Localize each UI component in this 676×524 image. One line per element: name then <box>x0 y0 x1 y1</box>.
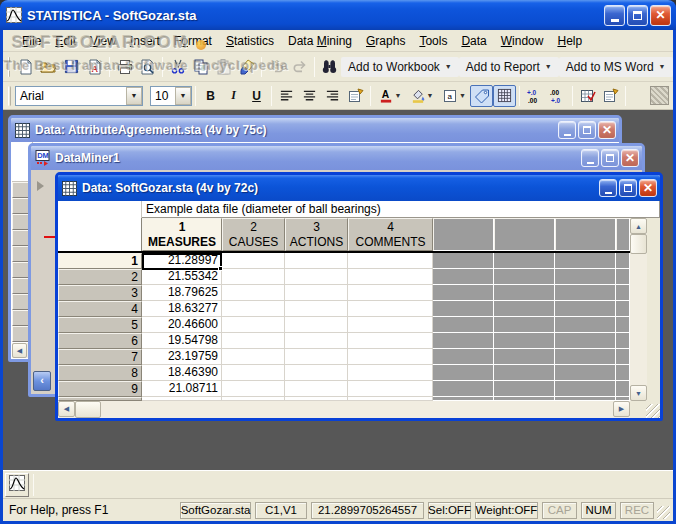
text-box-button[interactable]: a▼ <box>438 85 470 107</box>
scroll-up-button[interactable]: ▲ <box>630 218 647 234</box>
fill-handle[interactable] <box>218 266 223 271</box>
scrollbar-thumb[interactable] <box>630 234 647 254</box>
minimize-button[interactable] <box>581 149 599 167</box>
row-header-4[interactable]: 4 <box>58 301 142 317</box>
cell-properties-button[interactable] <box>599 85 622 107</box>
cut-button[interactable] <box>166 56 189 78</box>
minimize-button[interactable] <box>558 121 576 139</box>
window-title-bar[interactable]: DM DataMiner1 ✕ <box>31 146 642 170</box>
grid-cell-r3c2[interactable] <box>222 285 285 301</box>
close-button[interactable]: ✕ <box>598 121 616 139</box>
tag-button[interactable] <box>470 85 493 107</box>
new-document-button[interactable] <box>14 56 37 78</box>
redo-button[interactable] <box>288 56 311 78</box>
grid-cell-r5c3[interactable] <box>285 317 348 333</box>
maximize-button[interactable] <box>601 149 619 167</box>
grid-cell-r8c3[interactable] <box>285 365 348 381</box>
italic-button[interactable]: I <box>222 85 245 107</box>
grid-cell-r6c3[interactable] <box>285 333 348 349</box>
save-button[interactable] <box>60 56 83 78</box>
grid-cell-r7c4[interactable] <box>348 349 433 365</box>
resize-grip[interactable] <box>657 506 670 519</box>
scrollbar-thumb[interactable] <box>75 401 101 418</box>
grid-cell-r5c4[interactable] <box>348 317 433 333</box>
align-right-button[interactable] <box>321 85 344 107</box>
find-button[interactable] <box>318 56 341 78</box>
grid-cell-r4c3[interactable] <box>285 301 348 317</box>
menu-graphs[interactable]: Graphs <box>359 32 412 50</box>
add-to-ms-word-button[interactable]: Add to MS Word▼ <box>559 57 673 77</box>
grid-cell-r3c1[interactable]: 18.79625 <box>142 285 222 301</box>
grid-cell-r3c3[interactable] <box>285 285 348 301</box>
close-button[interactable]: ✕ <box>621 149 639 167</box>
fill-color-button[interactable]: ▼ <box>406 85 438 107</box>
grid-cell-r8c1[interactable]: 18.46390 <box>142 365 222 381</box>
grid-cell-r2c3[interactable] <box>285 269 348 285</box>
row-header-9[interactable]: 9 <box>58 381 142 397</box>
scroll-left-button[interactable]: ‹ <box>33 371 51 391</box>
menu-tools[interactable]: Tools <box>412 32 454 50</box>
save-pdf-button[interactable]: A <box>83 56 106 78</box>
menu-statistics[interactable]: Statistics <box>219 32 281 50</box>
row-header-3[interactable]: 3 <box>58 285 142 301</box>
grid-cell-r1c3[interactable] <box>285 253 348 269</box>
grid-cell-r5c1[interactable]: 20.46600 <box>142 317 222 333</box>
cell-format-button[interactable] <box>344 85 367 107</box>
grid-cell-r1c2[interactable] <box>222 253 285 269</box>
variable-specs-button[interactable] <box>576 85 599 107</box>
window-softgozar-data[interactable]: Data: SoftGozar.sta (4v by 72c) ✕ Exampl… <box>55 172 663 421</box>
grid-cell-r5c2[interactable] <box>222 317 285 333</box>
scroll-left-button[interactable]: ◀ <box>12 343 27 358</box>
bold-button[interactable]: B <box>199 85 222 107</box>
font-color-button[interactable]: A▼ <box>374 85 406 107</box>
column-header-measures[interactable]: 1MEASURES <box>142 218 222 251</box>
grid-cell-r2c2[interactable] <box>222 269 285 285</box>
statistica-module-button[interactable] <box>5 473 29 497</box>
decrease-decimals-button[interactable]: .00+.0 <box>546 85 569 107</box>
row-header-8[interactable]: 8 <box>58 365 142 381</box>
grid-cell-r9c1[interactable]: 21.08711 <box>142 381 222 397</box>
grid-cell-r7c2[interactable] <box>222 349 285 365</box>
menu-data-mining[interactable]: Data Mining <box>281 32 359 50</box>
column-header-comments[interactable]: 4COMMENTS <box>348 218 433 251</box>
font-size-combo[interactable]: 10 ▼ <box>150 86 192 106</box>
grid-cell-r6c4[interactable] <box>348 333 433 349</box>
window-title-bar[interactable]: Data: AttributeAgreement.sta (4v by 75c)… <box>11 118 619 142</box>
open-button[interactable] <box>37 56 60 78</box>
row-header-2[interactable]: 2 <box>58 269 142 285</box>
grid-cell-r2c4[interactable] <box>348 269 433 285</box>
minimize-button[interactable] <box>599 179 617 197</box>
increase-decimals-button[interactable]: +.0.00 <box>523 85 546 107</box>
grid-cell-r4c4[interactable] <box>348 301 433 317</box>
align-center-button[interactable] <box>298 85 321 107</box>
grid-cell-r4c2[interactable] <box>222 301 285 317</box>
row-header-5[interactable]: 5 <box>58 317 142 333</box>
grid-cell-r6c1[interactable]: 19.54798 <box>142 333 222 349</box>
macro-record-button[interactable]: AB <box>673 56 676 78</box>
undo-button[interactable] <box>265 56 288 78</box>
grid-display-button[interactable] <box>493 85 516 107</box>
menu-window[interactable]: Window <box>494 32 551 50</box>
align-left-button[interactable] <box>275 85 298 107</box>
menu-file[interactable]: File <box>15 32 48 50</box>
toolbar-grip[interactable] <box>8 86 11 106</box>
horizontal-scrollbar[interactable]: ◀ ▶ <box>58 401 630 418</box>
underline-button[interactable]: U <box>245 85 268 107</box>
font-family-combo[interactable]: Arial ▼ <box>15 86 143 106</box>
print-button[interactable] <box>113 56 136 78</box>
paste-button[interactable] <box>212 56 235 78</box>
column-header-actions[interactable]: 3ACTIONS <box>285 218 348 251</box>
column-header-causes[interactable]: 2CAUSES <box>222 218 285 251</box>
grid-cell-r3c4[interactable] <box>348 285 433 301</box>
grid-select-all-corner[interactable] <box>58 218 142 251</box>
toolbar-grip[interactable] <box>8 57 10 77</box>
scroll-down-button[interactable]: ▼ <box>630 385 647 401</box>
row-header-1[interactable]: 1 <box>58 253 142 269</box>
copy-button[interactable] <box>189 56 212 78</box>
menu-view[interactable]: View <box>83 32 123 50</box>
menu-help[interactable]: Help <box>550 32 589 50</box>
menu-data[interactable]: Data <box>454 32 493 50</box>
window-title-bar[interactable]: Data: SoftGozar.sta (4v by 72c) ✕ <box>58 175 660 201</box>
grid-cell-r1c4[interactable] <box>348 253 433 269</box>
grid-cell-r8c4[interactable] <box>348 365 433 381</box>
